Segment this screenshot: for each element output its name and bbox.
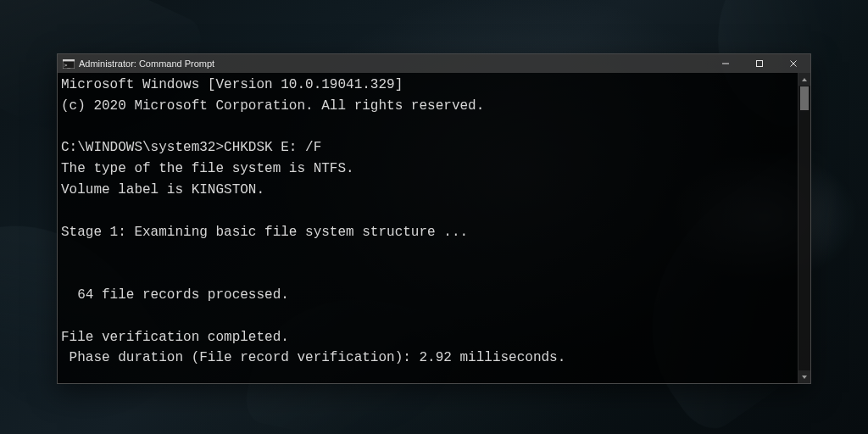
minimize-button[interactable] [709,54,743,73]
console-line: C:\WINDOWS\system32>CHKDSK E: /F [61,137,794,159]
console-line: Microsoft Windows [Version 10.0.19041.32… [61,75,794,96]
console-line: The type of the file system is NTFS. [61,159,794,180]
console-line: Phase duration (File record verification… [61,348,794,369]
scrollbar-up-arrow[interactable] [798,73,810,86]
cmd-icon: >_ [63,58,75,69]
window-title: Administrator: Command Prompt [79,58,214,69]
console-line: Stage 1: Examining basic file system str… [61,222,794,243]
desktop-wallpaper: >_ Administrator: Command Prompt Microso… [0,0,868,434]
console-line [61,201,794,222]
console-line: Volume label is KINGSTON. [61,180,794,201]
close-button[interactable] [776,54,810,73]
console-line: 64 file records processed. [61,285,794,306]
console-line [61,264,794,285]
console-area: Microsoft Windows [Version 10.0.19041.32… [58,73,810,383]
maximize-button[interactable] [743,54,776,73]
svg-marker-8 [802,376,807,379]
scrollbar-down-arrow[interactable] [798,370,810,383]
command-prompt-window: >_ Administrator: Command Prompt Microso… [57,53,811,384]
console-output[interactable]: Microsoft Windows [Version 10.0.19041.32… [58,73,798,383]
titlebar[interactable]: >_ Administrator: Command Prompt [58,54,810,73]
scrollbar-thumb[interactable] [800,86,809,110]
console-line [61,242,794,264]
svg-text:>_: >_ [64,62,70,69]
vertical-scrollbar[interactable] [798,73,810,383]
console-line [61,306,794,327]
svg-marker-7 [802,78,807,81]
console-line: File verification completed. [61,327,794,348]
svg-rect-4 [757,61,763,67]
console-line [61,117,794,138]
console-line: (c) 2020 Microsoft Corporation. All righ… [61,96,794,117]
